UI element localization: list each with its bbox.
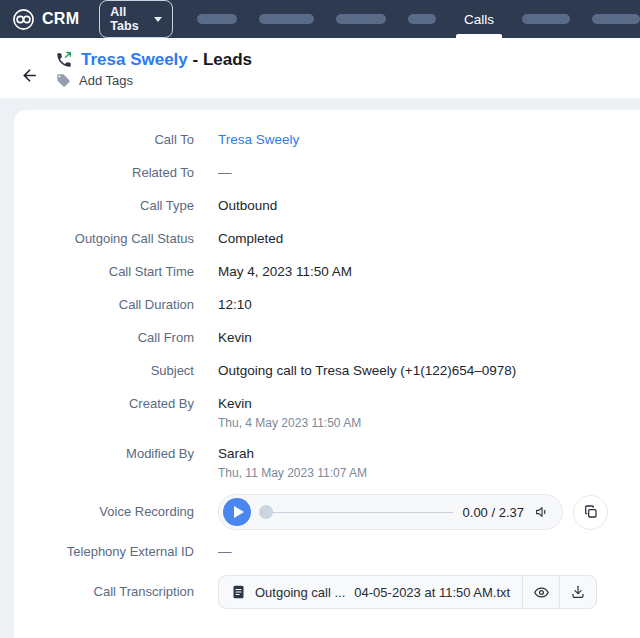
download-icon bbox=[570, 584, 586, 600]
speaker-icon bbox=[534, 504, 550, 520]
field-telephony-external-id: Telephony External ID — bbox=[14, 542, 616, 562]
tab-placeholder[interactable] bbox=[522, 14, 570, 24]
field-call-start-time: Call Start Time May 4, 2023 11:50 AM bbox=[14, 262, 616, 282]
all-tabs-label: All Tabs bbox=[110, 5, 147, 33]
arrow-left-icon bbox=[20, 66, 39, 85]
field-value: Kevin bbox=[218, 328, 252, 348]
field-call-to: Call To Tresa Sweely bbox=[14, 130, 616, 150]
created-by-name: Kevin bbox=[218, 394, 361, 414]
field-created-by: Created By Kevin Thu, 4 May 2023 11:50 A… bbox=[14, 394, 616, 431]
field-label: Subject bbox=[14, 361, 194, 381]
tab-placeholder[interactable] bbox=[336, 14, 386, 24]
play-button[interactable] bbox=[223, 498, 251, 526]
field-label: Call Start Time bbox=[14, 262, 194, 282]
copy-recording-button[interactable] bbox=[573, 495, 608, 530]
tag-icon bbox=[56, 73, 71, 88]
eye-icon bbox=[533, 584, 550, 601]
audio-seek-slider[interactable] bbox=[259, 505, 453, 519]
field-modified-by: Modified By Sarah Thu, 11 May 2023 11:07… bbox=[14, 444, 616, 481]
transcription-file[interactable]: Outgoing call ... 04-05-2023 at 11:50 AM… bbox=[219, 576, 522, 608]
field-value: — bbox=[218, 163, 232, 183]
field-value: — bbox=[218, 542, 232, 562]
field-label: Call To bbox=[14, 130, 194, 150]
add-tags-label: Add Tags bbox=[79, 73, 133, 88]
field-label: Call Type bbox=[14, 196, 194, 216]
field-value-group: Kevin Thu, 4 May 2023 11:50 AM bbox=[218, 394, 361, 431]
field-label: Related To bbox=[14, 163, 194, 183]
file-name-suffix: 04-05-2023 at 11:50 AM.txt bbox=[354, 585, 510, 600]
tab-placeholder[interactable] bbox=[408, 14, 436, 24]
field-value: May 4, 2023 11:50 AM bbox=[218, 262, 352, 282]
chevron-down-icon bbox=[154, 17, 162, 22]
tab-placeholder[interactable] bbox=[197, 14, 237, 24]
field-call-transcription: Call Transcription Outgoing call ... 04-… bbox=[14, 575, 616, 609]
voice-recording-widget: 0.00 / 2.37 bbox=[218, 494, 608, 530]
field-label: Call Transcription bbox=[14, 582, 194, 602]
outgoing-call-icon bbox=[55, 51, 73, 69]
call-to-link[interactable]: Tresa Sweely bbox=[218, 130, 299, 150]
record-name-link[interactable]: Tresa Sweely - Leads bbox=[81, 50, 252, 70]
field-label: Created By bbox=[14, 394, 194, 414]
volume-button[interactable] bbox=[534, 504, 550, 520]
transcription-file-chip: Outgoing call ... 04-05-2023 at 11:50 AM… bbox=[218, 575, 597, 609]
play-icon bbox=[234, 506, 244, 518]
field-value: 12:10 bbox=[218, 295, 252, 315]
slider-track bbox=[259, 512, 453, 514]
field-voice-recording: Voice Recording 0.00 / 2.37 bbox=[14, 494, 616, 530]
tab-calls[interactable]: Calls bbox=[458, 0, 500, 38]
field-value: Outbound bbox=[218, 196, 277, 216]
field-call-duration: Call Duration 12:10 bbox=[14, 295, 616, 315]
preview-transcription-button[interactable] bbox=[523, 576, 559, 608]
slider-thumb[interactable] bbox=[259, 505, 273, 519]
top-navigation-bar: CRM All Tabs Calls bbox=[0, 0, 640, 38]
field-label: Call From bbox=[14, 328, 194, 348]
tab-placeholder[interactable] bbox=[259, 14, 314, 24]
tab-calls-label: Calls bbox=[464, 12, 494, 27]
audio-time-display: 0.00 / 2.37 bbox=[463, 505, 524, 520]
module-tabs: Calls bbox=[197, 0, 640, 38]
zoho-logo-icon bbox=[12, 8, 35, 31]
field-related-to: Related To — bbox=[14, 163, 616, 183]
record-title-row: Tresa Sweely - Leads bbox=[55, 50, 252, 70]
brand-logo[interactable]: CRM bbox=[12, 8, 79, 31]
download-transcription-button[interactable] bbox=[560, 576, 596, 608]
field-label: Call Duration bbox=[14, 295, 194, 315]
field-value-group: Sarah Thu, 11 May 2023 11:07 AM bbox=[218, 444, 367, 481]
field-label: Outgoing Call Status bbox=[14, 229, 194, 249]
add-tags-button[interactable]: Add Tags bbox=[56, 73, 252, 88]
field-label: Voice Recording bbox=[14, 502, 194, 522]
field-subject: Subject Outgoing call to Tresa Sweely (+… bbox=[14, 361, 616, 381]
tab-placeholder[interactable] bbox=[592, 14, 640, 24]
modified-by-date: Thu, 11 May 2023 11:07 AM bbox=[218, 465, 367, 481]
record-header: Tresa Sweely - Leads Add Tags bbox=[0, 38, 640, 98]
record-header-main: Tresa Sweely - Leads Add Tags bbox=[55, 50, 252, 88]
field-outgoing-call-status: Outgoing Call Status Completed bbox=[14, 229, 616, 249]
back-button[interactable] bbox=[20, 66, 39, 85]
content-area: Call To Tresa Sweely Related To — Call T… bbox=[0, 98, 640, 638]
document-icon bbox=[231, 584, 246, 600]
modified-by-name: Sarah bbox=[218, 444, 367, 464]
brand-name: CRM bbox=[42, 10, 79, 28]
call-details-card: Call To Tresa Sweely Related To — Call T… bbox=[14, 110, 640, 638]
all-tabs-dropdown[interactable]: All Tabs bbox=[99, 0, 173, 38]
field-label: Telephony External ID bbox=[14, 542, 194, 562]
field-value: Outgoing call to Tresa Sweely (+1(122)65… bbox=[218, 361, 516, 381]
field-call-type: Call Type Outbound bbox=[14, 196, 616, 216]
record-module-suffix: - Leads bbox=[188, 50, 252, 69]
field-value: Completed bbox=[218, 229, 283, 249]
audio-player: 0.00 / 2.37 bbox=[218, 494, 563, 530]
crm-app-window: CRM All Tabs Calls bbox=[0, 0, 640, 638]
created-by-date: Thu, 4 May 2023 11:50 AM bbox=[218, 415, 361, 431]
file-name-truncated: Outgoing call ... bbox=[255, 585, 345, 600]
field-label: Modified By bbox=[14, 444, 194, 464]
copy-icon bbox=[583, 504, 599, 520]
field-call-from: Call From Kevin bbox=[14, 328, 616, 348]
record-name: Tresa Sweely bbox=[81, 50, 188, 69]
